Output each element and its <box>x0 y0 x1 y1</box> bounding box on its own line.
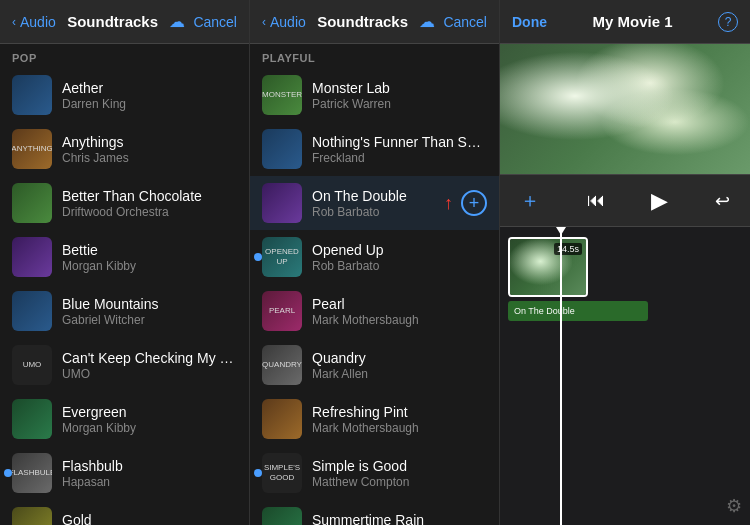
track-artist: UMO <box>62 367 237 381</box>
skip-back-btn[interactable]: ⏮ <box>583 186 609 215</box>
track-artist: Mark Allen <box>312 367 487 381</box>
skip-forward-btn[interactable]: ↩ <box>711 186 734 216</box>
left-track-item[interactable]: GoldRob Simonsen <box>0 500 249 525</box>
track-name: Refreshing Pint <box>312 404 487 420</box>
middle-track-item[interactable]: Nothing's Funner Than Summ...Freckland <box>250 122 499 176</box>
track-name: Anythings <box>62 134 237 150</box>
track-name: Can't Keep Checking My Phone <box>62 350 237 366</box>
track-artist: Gabriel Witcher <box>62 313 237 327</box>
left-panel: ‹ Audio Soundtracks ☁ Cancel POP AetherD… <box>0 0 250 525</box>
middle-track-item[interactable]: Refreshing PintMark Mothersbaugh <box>250 392 499 446</box>
middle-header-right: ☁ Cancel <box>419 12 487 31</box>
left-back-label: Audio <box>20 14 56 30</box>
timeline-playhead <box>560 227 562 525</box>
middle-back-label: Audio <box>270 14 306 30</box>
left-cancel-btn[interactable]: Cancel <box>193 14 237 30</box>
audio-track[interactable]: On The Double <box>508 301 648 321</box>
left-header: ‹ Audio Soundtracks ☁ Cancel <box>0 0 249 44</box>
track-name: Evergreen <box>62 404 237 420</box>
timeline-area: 14.5s On The Double ⚙ <box>500 227 750 525</box>
left-track-item[interactable]: EvergreenMorgan Kibby <box>0 392 249 446</box>
track-artist: Chris James <box>62 151 237 165</box>
middle-track-item[interactable]: OPENED UPOpened UpRob Barbato <box>250 230 499 284</box>
track-artist: Freckland <box>312 151 487 165</box>
middle-section-label: PLAYFUL <box>250 44 499 68</box>
left-track-item[interactable]: FLASHBULBFlashbulbHapasan <box>0 446 249 500</box>
middle-track-item[interactable]: Summertime RainLittle North Fork <box>250 500 499 525</box>
timeline-track: 14.5s On The Double <box>508 237 742 321</box>
add-track-btn[interactable]: + <box>461 190 487 216</box>
track-artist: Darren King <box>62 97 237 111</box>
middle-cancel-btn[interactable]: Cancel <box>443 14 487 30</box>
track-name: Bettie <box>62 242 237 258</box>
track-name: Opened Up <box>312 242 487 258</box>
add-clip-btn[interactable]: ＋ <box>516 183 544 218</box>
track-name: Simple is Good <box>312 458 487 474</box>
left-track-item[interactable]: ANYTHINGAnythingsChris James <box>0 122 249 176</box>
left-back-btn[interactable]: ‹ Audio <box>12 14 56 30</box>
track-name: Summertime Rain <box>312 512 487 526</box>
track-artist: Morgan Kibby <box>62 421 237 435</box>
duration-label: 14.5s <box>554 243 582 255</box>
help-icon[interactable]: ? <box>718 12 738 32</box>
right-panel: Done My Movie 1 ? ＋ ⏮ ▶ ↩ 14.5s On The D… <box>500 0 750 525</box>
track-name: Nothing's Funner Than Summ... <box>312 134 487 150</box>
track-name: Monster Lab <box>312 80 487 96</box>
middle-track-item[interactable]: MONSTERMonster LabPatrick Warren <box>250 68 499 122</box>
audio-track-label: On The Double <box>514 306 575 316</box>
track-name: Better Than Chocolate <box>62 188 237 204</box>
track-name: Flashbulb <box>62 458 237 474</box>
track-artist: Mark Mothersbaugh <box>312 313 487 327</box>
help-label: ? <box>725 15 732 29</box>
middle-track-item[interactable]: On The DoubleRob Barbato+↑ <box>250 176 499 230</box>
track-artist: Mark Mothersbaugh <box>312 421 487 435</box>
left-track-item[interactable]: BettieMorgan Kibby <box>0 230 249 284</box>
left-title: Soundtracks <box>67 13 158 30</box>
left-track-item[interactable]: Blue MountainsGabriel Witcher <box>0 284 249 338</box>
track-name: Aether <box>62 80 237 96</box>
left-header-right: ☁ Cancel <box>169 12 237 31</box>
track-name: On The Double <box>312 188 461 204</box>
track-artist: Rob Barbato <box>312 205 461 219</box>
video-clip[interactable]: 14.5s <box>508 237 588 297</box>
middle-header: ‹ Audio Soundtracks ☁ Cancel <box>250 0 499 44</box>
left-scroll-area: AetherDarren KingANYTHINGAnythingsChris … <box>0 68 249 525</box>
left-track-item[interactable]: AetherDarren King <box>0 68 249 122</box>
middle-track-item[interactable]: PEARLPearlMark Mothersbaugh <box>250 284 499 338</box>
left-track-item[interactable]: UMOCan't Keep Checking My PhoneUMO <box>0 338 249 392</box>
play-btn[interactable]: ▶ <box>647 184 672 218</box>
left-section-label: POP <box>0 44 249 68</box>
track-artist: Patrick Warren <box>312 97 487 111</box>
left-track-item[interactable]: Better Than ChocolateDriftwood Orchestra <box>0 176 249 230</box>
settings-icon[interactable]: ⚙ <box>726 495 742 517</box>
track-artist: Rob Barbato <box>312 259 487 273</box>
video-thumbnail <box>500 44 750 174</box>
track-artist: Matthew Compton <box>312 475 487 489</box>
playback-controls: ＋ ⏮ ▶ ↩ <box>500 174 750 227</box>
cloud-icon[interactable]: ☁ <box>169 12 185 31</box>
middle-scroll-area: MONSTERMonster LabPatrick WarrenNothing'… <box>250 68 499 525</box>
middle-cloud-icon[interactable]: ☁ <box>419 12 435 31</box>
middle-back-btn[interactable]: ‹ Audio <box>262 14 306 30</box>
track-artist: Driftwood Orchestra <box>62 205 237 219</box>
track-name: Pearl <box>312 296 487 312</box>
middle-panel: ‹ Audio Soundtracks ☁ Cancel PLAYFUL MON… <box>250 0 500 525</box>
middle-title: Soundtracks <box>317 13 408 30</box>
track-artist: Morgan Kibby <box>62 259 237 273</box>
left-chevron-icon: ‹ <box>12 15 16 29</box>
movie-title: My Movie 1 <box>592 13 672 30</box>
gear-icon: ⚙ <box>726 496 742 516</box>
track-name: Blue Mountains <box>62 296 237 312</box>
middle-track-item[interactable]: QUANDRYQuandryMark Allen <box>250 338 499 392</box>
track-name: Gold <box>62 512 237 526</box>
middle-chevron-icon: ‹ <box>262 15 266 29</box>
track-artist: Hapasan <box>62 475 237 489</box>
video-preview <box>500 44 750 174</box>
done-btn[interactable]: Done <box>512 14 547 30</box>
middle-track-item[interactable]: SIMPLE'S GOODSimple is GoodMatthew Compt… <box>250 446 499 500</box>
right-header: Done My Movie 1 ? <box>500 0 750 44</box>
track-name: Quandry <box>312 350 487 366</box>
